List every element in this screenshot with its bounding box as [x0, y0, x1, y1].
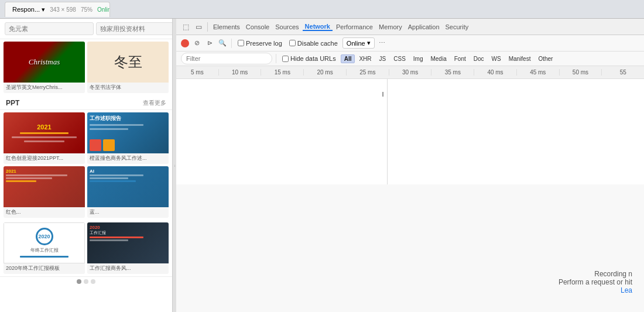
toolbar-separator [231, 39, 232, 48]
list-item[interactable]: 2021 红色创意迎接2021PPT... [4, 112, 85, 164]
webpage-panel: 搜索 登录 Christmas 圣诞节英文MerryChris... 冬至 [0, 19, 173, 312]
main-container: 搜索 登录 Christmas 圣诞节英文MerryChris... 冬至 [0, 19, 644, 312]
online-label: Online [347, 40, 365, 47]
filter-type-xhr[interactable]: XHR [355, 54, 375, 63]
image-caption: 冬至书法字体 [87, 83, 169, 93]
more-options-button[interactable]: ⋯ [377, 38, 388, 49]
list-item[interactable]: Christmas 圣诞节英文MerryChris... [4, 42, 85, 93]
timeline-tick: 5 ms [176, 69, 218, 76]
ppt-caption: 2020年终工作汇报模板 [4, 263, 85, 274]
recording-message-1: Recording n [594, 270, 637, 278]
browser-tab[interactable]: Respon... ▾ 343 × 598 75% Online ⚙ × [5, 2, 110, 17]
list-item[interactable]: 2021 红色... [4, 166, 85, 218]
filter-type-font[interactable]: Font [451, 54, 470, 63]
timeline-tick: 15 ms [261, 69, 303, 76]
recording-message-2: Perform a request or hit [559, 278, 637, 286]
filter-type-manifest[interactable]: Manifest [505, 54, 535, 63]
timeline-tick: 40 ms [474, 69, 516, 76]
list-item[interactable]: AI 蓝... [87, 166, 169, 218]
filter-input[interactable] [181, 53, 272, 64]
filter-separator [276, 54, 276, 63]
separator [207, 22, 208, 32]
timeline-tick: 50 ms [559, 69, 602, 76]
learn-more-link[interactable]: Lea [621, 286, 632, 294]
tab-title: Respon... ▾ [12, 6, 45, 13]
devtools-pointer-icon[interactable]: ⬚ [180, 21, 191, 33]
list-item[interactable]: 冬至 冬至书法字体 [87, 42, 169, 93]
network-timeline: I [176, 79, 644, 184]
disable-cache-checkbox[interactable]: Disable cache [287, 40, 340, 47]
filter-type-other[interactable]: Other [535, 54, 556, 63]
timeline-header: 5 ms 10 ms 15 ms 20 ms 25 ms 30 ms 35 ms… [176, 66, 644, 79]
recording-area: Recording n Perform a request or hit Lea [176, 184, 644, 312]
ppt-section-more[interactable]: 查看更多 [143, 99, 166, 107]
devtools-tab-network[interactable]: Network [303, 23, 333, 31]
search-bar: 搜索 登录 [0, 19, 172, 39]
devtools-tab-elements[interactable]: Elements [211, 23, 242, 30]
timeline-tick: 35 ms [431, 69, 474, 76]
list-item[interactable]: 2020 年终工作汇报 2020年终工作汇报模板 [4, 222, 85, 274]
filter-button[interactable]: ⊳ [204, 38, 215, 49]
scrollbar-dot [84, 279, 88, 284]
devtools-tab-security[interactable]: Security [443, 23, 471, 30]
devtools-tab-console[interactable]: Console [244, 23, 272, 30]
timeline-tick: 45 ms [516, 69, 559, 76]
tab-zoom: 75% [81, 6, 93, 13]
ppt-grid: 2021 红色创意迎接2021PPT... 工作述职报告 [0, 110, 172, 220]
ppt-caption: 红色创意迎接2021PPT... [4, 153, 85, 164]
filter-type-buttons: All XHR JS CSS Img Media Font Doc WS Man… [341, 54, 557, 63]
disable-cache-label: Disable cache [297, 40, 338, 47]
image-thumb-christmas: Christmas [4, 42, 85, 83]
ppt-caption: 蓝... [87, 207, 169, 218]
record-button[interactable] [181, 39, 189, 47]
devtools-tab-sources[interactable]: Sources [273, 23, 301, 30]
preserve-log-label: Preserve log [246, 40, 282, 47]
devtools-tab-performance[interactable]: Performance [334, 23, 375, 30]
filter-type-media[interactable]: Media [427, 54, 450, 63]
filter-type-js[interactable]: JS [376, 54, 390, 63]
hide-data-urls-checkbox[interactable]: Hide data URLs [280, 55, 338, 62]
network-toolbar: ⊘ ⊳ 🔍 Preserve log Disable cache Online … [176, 35, 644, 52]
search-input-2[interactable] [96, 22, 173, 35]
timeline-tick: 10 ms [218, 69, 261, 76]
ppt-thumb-blue: 工作述职报告 [87, 112, 169, 153]
clear-button[interactable]: ⊘ [191, 38, 202, 49]
filter-type-ws[interactable]: WS [488, 54, 505, 63]
timeline-tick: 25 ms [346, 69, 389, 76]
devtools-topbar: ⬚ ▭ Elements Console Sources Network Per… [176, 19, 644, 35]
timeline-tick: 55 [601, 69, 644, 76]
browser-tab-bar: Respon... ▾ 343 × 598 75% Online ⚙ × [0, 0, 644, 19]
list-item[interactable]: 2020 工作汇报 工作汇报商务风... [87, 222, 169, 274]
tab-dimensions: 343 × 598 [50, 6, 76, 13]
cursor-line [387, 79, 388, 184]
ppt-thumb-red2: 2021 [4, 166, 85, 207]
filter-type-css[interactable]: CSS [390, 54, 409, 63]
scrollbar-area [0, 276, 172, 286]
ppt-section-header: PPT 查看更多 [0, 95, 172, 110]
ppt-thumb-red: 2021 [4, 112, 85, 153]
search-input[interactable] [5, 22, 94, 35]
timeline-tick: 20 ms [303, 69, 346, 76]
devtools-tab-memory[interactable]: Memory [376, 23, 405, 30]
tab-status: Online [97, 6, 110, 13]
image-thumb-calligraphy: 冬至 [87, 42, 169, 83]
image-grid: Christmas 圣诞节英文MerryChris... 冬至 冬至书法字体 [0, 39, 172, 95]
ppt-caption: 红色... [4, 207, 85, 218]
ppt-thumb-bluegray: AI [87, 166, 169, 207]
online-dropdown-icon: ▾ [367, 39, 371, 47]
hide-data-urls-label: Hide data URLs [290, 55, 336, 62]
filter-type-doc[interactable]: Doc [470, 54, 488, 63]
ppt-caption: 工作汇报商务风... [87, 263, 169, 274]
list-item[interactable]: 工作述职报告 橙蓝撞色商务风工作述... [87, 112, 169, 164]
devtools-device-icon[interactable]: ▭ [193, 21, 204, 33]
filter-type-all[interactable]: All [341, 54, 355, 63]
online-button[interactable]: Online ▾ [342, 37, 375, 49]
timeline-tick: 30 ms [389, 69, 431, 76]
ppt-section-title: PPT [6, 99, 19, 107]
search-network-button[interactable]: 🔍 [217, 38, 228, 49]
scrollbar-dot [91, 279, 95, 284]
devtools-tab-application[interactable]: Application [406, 23, 442, 30]
image-caption: 圣诞节英文MerryChris... [4, 83, 85, 93]
preserve-log-checkbox[interactable]: Preserve log [235, 40, 285, 47]
filter-type-img[interactable]: Img [410, 54, 427, 63]
